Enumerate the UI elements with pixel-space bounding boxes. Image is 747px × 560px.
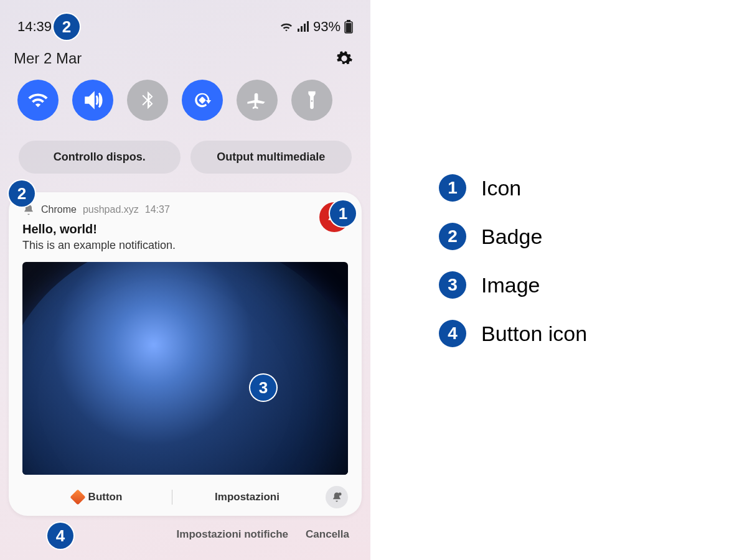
notification-body: This is an example notification. <box>22 239 348 252</box>
callout-2-top: 2 <box>54 14 80 40</box>
toggle-bluetooth[interactable] <box>127 80 168 121</box>
legend-label-2: Badge <box>481 225 542 249</box>
battery-percent: 93% <box>313 19 341 35</box>
device-control-button[interactable]: Controllo dispos. <box>19 141 181 174</box>
svg-rect-0 <box>298 29 299 32</box>
svg-rect-1 <box>301 26 303 32</box>
status-time: 14:39 <box>17 19 52 35</box>
toggle-airplane[interactable] <box>237 80 278 121</box>
speaker-icon <box>82 90 103 111</box>
legend-num-2: 2 <box>439 223 466 250</box>
callout-4: 4 <box>47 523 73 549</box>
rotate-icon <box>192 90 213 111</box>
bell-snooze-icon <box>331 491 343 503</box>
callout-3: 3 <box>250 375 276 401</box>
notification-card[interactable]: Chrome pushpad.xyz 14:37 Hello, world! T… <box>9 192 362 516</box>
gear-icon <box>336 50 353 67</box>
button-icon <box>70 489 85 505</box>
wifi-signal-icon <box>280 21 293 32</box>
notification-actions: Button Impostazioni <box>22 483 348 508</box>
cell-signal-icon <box>297 21 309 32</box>
svg-rect-2 <box>304 24 306 32</box>
notification-time: 14:37 <box>145 204 170 215</box>
notification-action-button[interactable]: Button <box>22 486 172 508</box>
notification-title: Hello, world! <box>22 222 348 236</box>
callout-2-side: 2 <box>9 180 35 207</box>
notification-action-settings-label: Impostazioni <box>215 491 280 503</box>
legend-row-2: 2 Badge <box>439 223 747 250</box>
toggle-rotate[interactable] <box>182 80 223 121</box>
callout-1: 1 <box>330 200 356 226</box>
bluetooth-icon <box>137 90 158 111</box>
airplane-icon <box>247 90 268 111</box>
notification-domain: pushpad.xyz <box>83 204 139 215</box>
notification-header: Chrome pushpad.xyz 14:37 <box>22 203 348 216</box>
legend-num-4: 4 <box>439 320 466 347</box>
legend-label-4: Button icon <box>481 322 587 346</box>
legend-row-1: 1 Icon <box>439 174 747 202</box>
notification-snooze-button[interactable] <box>326 486 348 508</box>
battery-icon <box>344 20 353 34</box>
toggle-wifi[interactable] <box>17 80 59 121</box>
quick-toggles-row <box>0 73 370 129</box>
toggle-flashlight[interactable] <box>291 80 332 121</box>
phone-notification-panel: 14:39 93% Mer 2 Mar Controllo dispos. Ou… <box>0 0 370 560</box>
svg-point-8 <box>339 492 342 495</box>
pill-button-row: Controllo dispos. Output multimediale <box>0 129 370 181</box>
legend-label-1: Icon <box>481 176 521 200</box>
notification-action-settings[interactable]: Impostazioni <box>172 486 322 508</box>
status-right: 93% <box>280 19 353 35</box>
date-row: Mer 2 Mar <box>0 39 370 73</box>
flashlight-icon <box>301 90 322 111</box>
clear-all-link[interactable]: Cancella <box>306 528 349 541</box>
legend-row-4: 4 Button icon <box>439 320 747 347</box>
notification-app-name: Chrome <box>41 204 77 215</box>
wifi-icon <box>27 90 49 111</box>
notification-settings-link[interactable]: Impostazioni notifiche <box>177 528 288 541</box>
legend-num-3: 3 <box>439 271 466 299</box>
legend-num-1: 1 <box>439 174 466 202</box>
date-text: Mer 2 Mar <box>14 50 82 67</box>
legend-row-3: 3 Image <box>439 271 747 299</box>
media-output-button[interactable]: Output multimediale <box>190 141 352 174</box>
svg-rect-3 <box>307 21 309 32</box>
earth-image <box>22 262 348 475</box>
legend-label-3: Image <box>481 273 540 297</box>
notification-image <box>22 262 348 475</box>
legend-panel: 1 Icon 2 Badge 3 Image 4 Button icon <box>370 0 747 560</box>
settings-gear-button[interactable] <box>336 50 353 67</box>
notification-action-button-label: Button <box>88 491 123 503</box>
toggle-sound[interactable] <box>72 80 113 121</box>
svg-rect-7 <box>199 96 206 104</box>
svg-rect-6 <box>346 23 352 32</box>
